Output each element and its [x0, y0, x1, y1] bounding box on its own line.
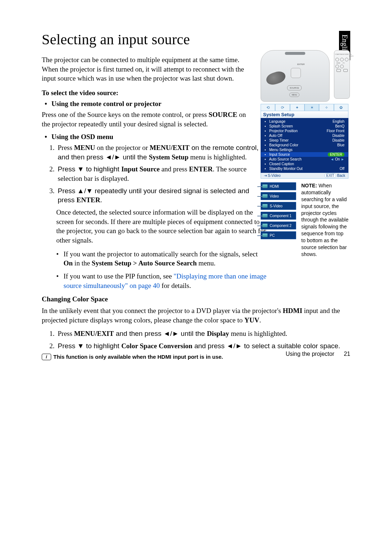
- osd-tab-icon: ✧: [319, 104, 334, 111]
- osd-row: ▪ Auto Source Search◄ On ►: [261, 157, 348, 162]
- osd-row: ▪ Standby Monitor OutOff: [261, 166, 348, 171]
- projector-dpad: [291, 68, 301, 78]
- source-bar-item: Video: [261, 192, 296, 200]
- color-space-paragraph: In the unlikely event that you connect t…: [42, 306, 343, 325]
- source-bar-item: HDMI: [261, 182, 296, 190]
- osd-row: ▪ Closed Caption: [261, 162, 348, 166]
- osd-menu-figure: ⟲ ⟳ ✦ ✶ ✧ ✿ System Setup ▪ LanguageEngli…: [261, 104, 348, 179]
- page-footer: Using the projector21: [286, 351, 350, 357]
- cs-step-2: Press ▼ to highlight Color Space Convers…: [56, 341, 350, 351]
- extra-notes: If you want the projector to automatical…: [56, 249, 267, 290]
- osd-row: ▪ Input SourceENTER: [261, 152, 348, 157]
- osd-steps: Press MENU on the projector or MENU/EXIT…: [56, 143, 267, 205]
- osd-exit-pill: EXIT: [324, 173, 336, 178]
- source-bar-item: Component 1: [261, 212, 296, 220]
- osd-step-2: Press ▼ to highlight Input Source and pr…: [56, 164, 267, 183]
- projector-menu-button: MENU: [289, 93, 299, 97]
- color-space-steps: Press MENU/EXIT and then press ◄/► until…: [56, 329, 350, 350]
- osd-row: ▪ Sleep TimerDisable: [261, 138, 348, 143]
- osd-foot-right: Back: [337, 174, 345, 178]
- intro-paragraph: The projector can be connected to multip…: [42, 55, 256, 83]
- osd-row: ▪ Auto OffDisable: [261, 133, 348, 138]
- osd-step-1: Press MENU on the projector or MENU/EXIT…: [56, 143, 267, 162]
- osd-tab-icon: ✦: [290, 104, 305, 111]
- osd-tab-icon: ⟲: [261, 104, 275, 111]
- osd-tab-icon: ✿: [334, 104, 348, 111]
- osd-foot-left: S-Video: [268, 174, 281, 178]
- note-pip: If you want to use the PIP function, see…: [56, 272, 267, 290]
- color-space-heading: Changing Color Space: [42, 295, 350, 303]
- osd-row: ▪ Projector PositionFloor Front: [261, 129, 348, 133]
- source-bar-item: Component 2: [261, 221, 296, 229]
- osd-step-3: Press ▲/▼ repeatedly until your desired …: [56, 186, 267, 205]
- side-note: NOTE: When automatically searching for a…: [301, 182, 348, 258]
- source-bar-item: PC: [261, 231, 296, 239]
- osd-tab-icon: ✶: [305, 104, 319, 111]
- figure-column: ENTER SOURCE MENU COMPONENTVIDEOS-VIDEO …: [261, 50, 350, 258]
- osd-title: System Setup: [261, 111, 348, 118]
- source-selection-bar: HDMIVideoS-VideoComponent 1Component 2PC: [261, 182, 296, 258]
- projector-enter-label: ENTER: [297, 63, 305, 65]
- osd-after-note: Once detected, the selected source infor…: [56, 208, 267, 245]
- osd-row: ▪ Background ColorBlue: [261, 143, 348, 147]
- osd-tab-icon: ⟳: [275, 104, 290, 111]
- osd-row: ▪ Menu Settings: [261, 147, 348, 152]
- osd-row: ▪ LanguageEnglish: [261, 119, 348, 124]
- cs-step-1: Press MENU/EXIT and then press ◄/► until…: [56, 329, 350, 338]
- method1-body: Press one of the Source keys on the remo…: [42, 110, 256, 129]
- note-icon: i: [42, 354, 51, 360]
- projector-illustration: ENTER SOURCE MENU: [261, 50, 330, 102]
- projector-source-button: SOURCE: [287, 85, 302, 90]
- remote-illustration: COMPONENTVIDEOS-VIDEO HDMIPC: [334, 50, 350, 99]
- page-title: Selecting an input source: [42, 31, 350, 48]
- source-bar-item: S-Video: [261, 202, 296, 210]
- note-auto-search: If you want the projector to automatical…: [56, 249, 267, 268]
- osd-row: ▪ Splash ScreenBenQ: [261, 124, 348, 129]
